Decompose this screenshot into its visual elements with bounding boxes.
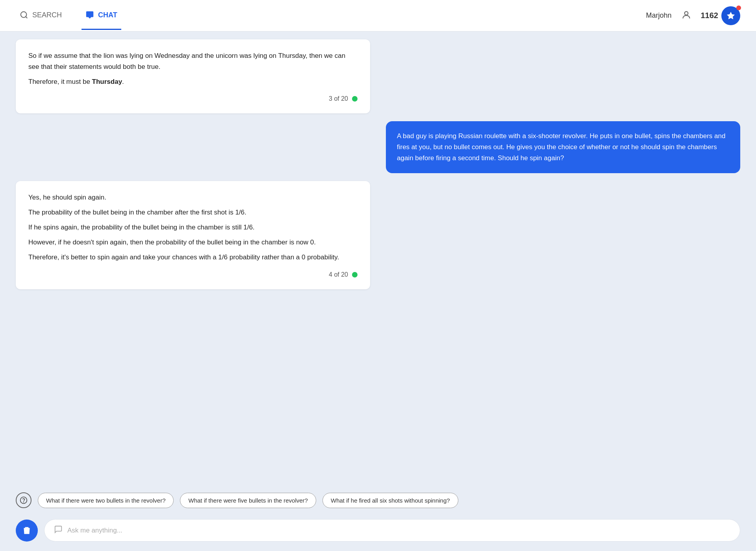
user-avatar-icon xyxy=(681,10,691,22)
main-content: So if we assume that the lion was lying … xyxy=(0,31,756,551)
msg1-counter: 3 of 20 xyxy=(28,95,358,102)
chat-container: So if we assume that the lion was lying … xyxy=(0,31,756,488)
nav-search[interactable]: SEARCH xyxy=(16,1,66,30)
username: Marjohn xyxy=(646,11,671,20)
notification-dot xyxy=(736,6,741,10)
suggestion-btn-3[interactable]: What if he fired all six shots without s… xyxy=(322,493,458,508)
score-circle xyxy=(721,6,740,25)
assistant-message-1: So if we assume that the lion was lying … xyxy=(16,39,370,113)
search-label: SEARCH xyxy=(32,11,62,19)
input-chat-icon xyxy=(54,525,63,536)
msg3-counter: 4 of 20 xyxy=(28,271,358,278)
score-value: 1162 xyxy=(701,11,719,20)
suggestions-row: What if there were two bullets in the re… xyxy=(0,488,756,513)
msg3-line4: However, if he doesn't spin again, then … xyxy=(28,237,358,248)
main-nav: SEARCH CHAT xyxy=(16,1,646,30)
msg1-line1: So if we assume that the lion was lying … xyxy=(28,50,358,72)
search-icon xyxy=(20,11,28,19)
msg1-counter-dot xyxy=(352,96,358,102)
svg-point-2 xyxy=(684,11,688,15)
svg-point-0 xyxy=(21,12,27,18)
chat-input-wrapper xyxy=(44,519,740,542)
msg3-line3: If he spins again, the probability of th… xyxy=(28,222,358,233)
chat-label: CHAT xyxy=(98,11,117,19)
msg3-line2: The probability of the bullet being in t… xyxy=(28,207,358,218)
suggestion-btn-1[interactable]: What if there were two bullets in the re… xyxy=(38,493,174,508)
svg-line-1 xyxy=(26,17,27,18)
nav-chat[interactable]: CHAT xyxy=(82,1,121,30)
chat-icon xyxy=(85,11,94,19)
score-badge: 1162 xyxy=(701,6,741,25)
assistant-message-2: Yes, he should spin again. The probabili… xyxy=(16,181,370,289)
chat-input[interactable] xyxy=(67,527,730,534)
msg3-line1: Yes, he should spin again. xyxy=(28,192,358,203)
msg3-counter-text: 4 of 20 xyxy=(329,271,348,278)
msg1-counter-text: 3 of 20 xyxy=(329,95,348,102)
user-msg1-text: A bad guy is playing Russian roulette wi… xyxy=(397,131,729,164)
input-area xyxy=(0,513,756,551)
header-right: Marjohn 1162 xyxy=(646,6,740,25)
suggestion-help-icon xyxy=(16,492,32,508)
user-message-1: A bad guy is playing Russian roulette wi… xyxy=(386,121,740,173)
app-header: SEARCH CHAT Marjohn 1162 xyxy=(0,0,756,31)
suggestion-btn-2[interactable]: What if there were five bullets in the r… xyxy=(180,493,316,508)
msg3-counter-dot xyxy=(352,272,358,277)
msg3-line5: Therefore, it's better to spin again and… xyxy=(28,252,358,263)
msg1-line2: Therefore, it must be Thursday. xyxy=(28,76,358,87)
clear-button[interactable] xyxy=(16,520,38,542)
